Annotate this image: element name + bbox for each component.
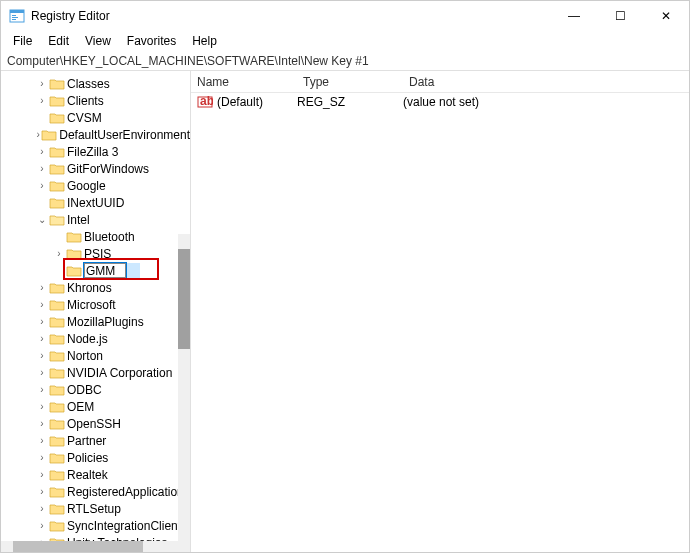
tree-label: FileZilla 3 xyxy=(67,145,118,159)
tree-item[interactable]: ›Policies xyxy=(1,449,190,466)
close-button[interactable]: ✕ xyxy=(643,1,689,31)
svg-rect-2 xyxy=(12,15,16,16)
tree-panel[interactable]: ›Classes›ClientsCVSM›DefaultUserEnvironm… xyxy=(1,71,191,553)
chevron-right-icon[interactable]: › xyxy=(35,333,49,344)
tree-label: Classes xyxy=(67,77,110,91)
address-bar[interactable]: Computer\HKEY_LOCAL_MACHINE\SOFTWARE\Int… xyxy=(1,51,689,71)
chevron-right-icon[interactable]: › xyxy=(35,503,49,514)
chevron-right-icon[interactable]: › xyxy=(35,95,49,106)
chevron-right-icon[interactable]: › xyxy=(35,486,49,497)
folder-icon xyxy=(49,383,65,397)
chevron-right-icon[interactable]: › xyxy=(35,282,49,293)
tree-item[interactable]: ›SyncIntegrationClients xyxy=(1,517,190,534)
folder-icon xyxy=(49,94,65,108)
tree-item[interactable]: ›Google xyxy=(1,177,190,194)
tree-item[interactable]: ›Partner xyxy=(1,432,190,449)
folder-icon xyxy=(49,77,65,91)
tree-item[interactable]: ›Realtek xyxy=(1,466,190,483)
tree-item[interactable]: ›DefaultUserEnvironment xyxy=(1,126,190,143)
menu-edit[interactable]: Edit xyxy=(40,32,77,50)
tree-item[interactable]: ›Node.js xyxy=(1,330,190,347)
tree-hscroll[interactable] xyxy=(1,541,190,553)
menu-favorites[interactable]: Favorites xyxy=(119,32,184,50)
chevron-right-icon[interactable]: › xyxy=(35,299,49,310)
list-body: ab (Default) REG_SZ (value not set) xyxy=(191,93,689,111)
folder-icon xyxy=(49,417,65,431)
menubar: File Edit View Favorites Help xyxy=(1,31,689,51)
tree-item[interactable]: ⌄Intel xyxy=(1,211,190,228)
tree-label: Khronos xyxy=(67,281,112,295)
chevron-right-icon[interactable]: › xyxy=(35,384,49,395)
chevron-right-icon[interactable]: › xyxy=(35,401,49,412)
col-header-name[interactable]: Name xyxy=(191,75,297,89)
value-row[interactable]: ab (Default) REG_SZ (value not set) xyxy=(191,93,689,111)
tree-item[interactable]: ›FileZilla 3 xyxy=(1,143,190,160)
folder-icon xyxy=(66,247,82,261)
folder-icon xyxy=(49,485,65,499)
tree-vscroll[interactable] xyxy=(178,234,190,553)
chevron-right-icon[interactable]: › xyxy=(35,78,49,89)
chevron-right-icon[interactable]: › xyxy=(35,418,49,429)
tree-item[interactable]: ›OEM xyxy=(1,398,190,415)
maximize-button[interactable]: ☐ xyxy=(597,1,643,31)
tree-hscroll-thumb[interactable] xyxy=(13,541,143,553)
tree-label: DefaultUserEnvironment xyxy=(59,128,190,142)
folder-icon xyxy=(49,162,65,176)
chevron-right-icon[interactable]: › xyxy=(35,469,49,480)
rename-input[interactable] xyxy=(84,263,126,278)
tree-vscroll-thumb[interactable] xyxy=(178,249,190,349)
menu-help[interactable]: Help xyxy=(184,32,225,50)
col-header-data[interactable]: Data xyxy=(403,75,689,89)
folder-icon xyxy=(49,111,65,125)
tree-item[interactable]: ›OpenSSH xyxy=(1,415,190,432)
chevron-right-icon[interactable]: › xyxy=(35,350,49,361)
tree-label: Partner xyxy=(67,434,106,448)
chevron-right-icon[interactable]: › xyxy=(35,435,49,446)
workspace: ›Classes›ClientsCVSM›DefaultUserEnvironm… xyxy=(1,71,689,553)
tree-item[interactable]: ›GitForWindows xyxy=(1,160,190,177)
tree-item[interactable]: INextUUID xyxy=(1,194,190,211)
tree-item[interactable]: ›MozillaPlugins xyxy=(1,313,190,330)
folder-icon xyxy=(49,145,65,159)
tree-item[interactable]: ›ODBC xyxy=(1,381,190,398)
svg-rect-4 xyxy=(12,19,16,20)
tree-label: SyncIntegrationClients xyxy=(67,519,187,533)
tree-label: Microsoft xyxy=(67,298,116,312)
tree-item[interactable]: ›Norton xyxy=(1,347,190,364)
tree-label: Node.js xyxy=(67,332,108,346)
chevron-right-icon[interactable]: › xyxy=(35,367,49,378)
tree-item[interactable]: ›Clients xyxy=(1,92,190,109)
chevron-right-icon[interactable]: › xyxy=(35,180,49,191)
folder-icon xyxy=(49,434,65,448)
menu-view[interactable]: View xyxy=(77,32,119,50)
tree-item[interactable]: ›RegisteredApplications xyxy=(1,483,190,500)
chevron-right-icon[interactable]: › xyxy=(35,316,49,327)
tree-item[interactable]: ›NVIDIA Corporation xyxy=(1,364,190,381)
tree-label: Clients xyxy=(67,94,104,108)
chevron-right-icon[interactable]: › xyxy=(35,163,49,174)
tree-item[interactable]: ›Unity Technologies xyxy=(1,534,190,541)
tree-item[interactable] xyxy=(1,262,190,279)
tree-item[interactable]: ›Classes xyxy=(1,75,190,92)
tree-item[interactable]: ›PSIS xyxy=(1,245,190,262)
chevron-down-icon[interactable]: ⌄ xyxy=(35,214,49,225)
tree-item[interactable]: Bluetooth xyxy=(1,228,190,245)
menu-file[interactable]: File xyxy=(5,32,40,50)
minimize-button[interactable]: — xyxy=(551,1,597,31)
tree-item[interactable]: CVSM xyxy=(1,109,190,126)
tree-item[interactable]: ›RTLSetup xyxy=(1,500,190,517)
chevron-right-icon[interactable]: › xyxy=(35,520,49,531)
tree-label: Bluetooth xyxy=(84,230,135,244)
chevron-right-icon[interactable]: › xyxy=(52,248,66,259)
tree-item[interactable]: ›Khronos xyxy=(1,279,190,296)
folder-icon xyxy=(49,332,65,346)
folder-icon xyxy=(49,179,65,193)
titlebar[interactable]: Registry Editor — ☐ ✕ xyxy=(1,1,689,31)
list-header: Name Type Data xyxy=(191,71,689,93)
chevron-right-icon[interactable]: › xyxy=(35,146,49,157)
col-header-type[interactable]: Type xyxy=(297,75,403,89)
tree-item[interactable]: ›Microsoft xyxy=(1,296,190,313)
folder-icon xyxy=(49,366,65,380)
chevron-right-icon[interactable]: › xyxy=(35,452,49,463)
list-panel[interactable]: Name Type Data ab (Default) REG_SZ (valu… xyxy=(191,71,689,553)
